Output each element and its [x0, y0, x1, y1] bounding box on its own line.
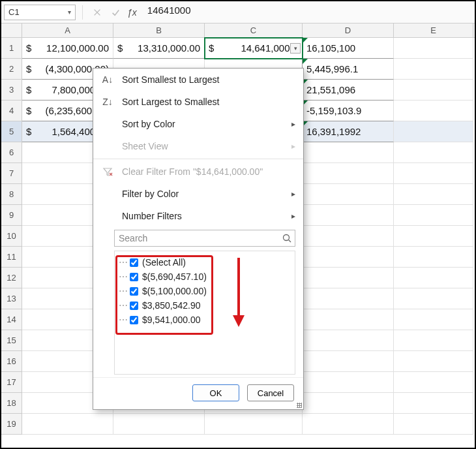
cell[interactable] — [303, 309, 394, 330]
cell[interactable] — [303, 226, 394, 247]
row-header[interactable]: 2 — [1, 59, 22, 80]
menu-label: Sheet View — [122, 141, 284, 151]
cell[interactable] — [394, 163, 473, 184]
svg-point-4 — [284, 235, 290, 241]
menu-sort-descending[interactable]: Z↓ Sort Largest to Smallest — [93, 91, 303, 113]
cell-C1[interactable]: $14,641,000.0 ▾ — [205, 38, 303, 59]
formula-input[interactable]: 14641000 — [143, 5, 472, 20]
resize-grip-icon[interactable] — [294, 400, 302, 408]
cell[interactable] — [394, 226, 473, 247]
col-header-E[interactable]: E — [394, 23, 473, 37]
cell[interactable] — [22, 414, 113, 435]
column-headers: A B C D E — [1, 23, 475, 38]
cell[interactable] — [303, 351, 394, 372]
checkbox[interactable] — [130, 258, 138, 267]
cell[interactable] — [394, 309, 473, 330]
filter-dropdown-button[interactable]: ▾ — [290, 43, 301, 54]
menu-number-filters[interactable]: Number Filters ▸ — [93, 205, 303, 227]
row-header[interactable]: 7 — [1, 163, 22, 184]
cell-D3[interactable]: 21,551,096 — [303, 80, 394, 101]
cell[interactable] — [303, 184, 394, 205]
row-header[interactable]: 5 — [1, 121, 22, 142]
row-header[interactable]: 6 — [1, 142, 22, 163]
cell-D2[interactable]: 5,445,996.1 — [303, 59, 394, 80]
col-header-C[interactable]: C — [205, 23, 303, 37]
cell[interactable] — [394, 268, 473, 288]
menu-sort-ascending[interactable]: A↓ Sort Smallest to Largest — [93, 69, 303, 91]
menu-filter-by-color[interactable]: Filter by Color ▸ — [93, 183, 303, 205]
row-header[interactable]: 13 — [1, 288, 22, 309]
cell-D4[interactable]: -5,159,103.9 — [303, 101, 394, 121]
cell[interactable] — [394, 351, 473, 372]
cell[interactable] — [394, 247, 473, 268]
cell[interactable] — [205, 414, 303, 435]
row-header[interactable]: 8 — [1, 184, 22, 205]
menu-clear-filter: Clear Filter From "$14,641,000.00" — [93, 161, 303, 183]
search-icon — [282, 233, 292, 243]
cell[interactable] — [303, 414, 394, 435]
cell[interactable] — [394, 414, 473, 435]
cell[interactable] — [394, 142, 473, 163]
cell[interactable] — [303, 372, 394, 393]
row-header[interactable]: 18 — [1, 393, 22, 414]
checkbox[interactable] — [130, 287, 138, 296]
name-box-value: C1 — [8, 7, 20, 17]
cell[interactable] — [303, 142, 394, 163]
menu-sort-by-color[interactable]: Sort by Color ▸ — [93, 113, 303, 135]
row-header[interactable]: 15 — [1, 330, 22, 351]
checkbox[interactable] — [130, 302, 138, 310]
cell[interactable] — [303, 268, 394, 288]
row-header[interactable]: 16 — [1, 351, 22, 372]
checkbox[interactable] — [130, 316, 138, 324]
row-header[interactable]: 12 — [1, 268, 22, 288]
name-box[interactable]: C1 ▾ — [4, 5, 76, 20]
cell[interactable] — [303, 330, 394, 351]
cell-E2[interactable] — [394, 59, 473, 80]
cell-D1[interactable]: 16,105,100 — [303, 38, 394, 59]
cell[interactable] — [394, 184, 473, 205]
cell[interactable] — [394, 288, 473, 309]
cell-B1[interactable]: $13,310,000.00 — [113, 38, 205, 59]
filter-value-select-all[interactable]: ⋯(Select All) — [119, 255, 291, 270]
row-header[interactable]: 11 — [1, 247, 22, 268]
cell-E4[interactable] — [394, 101, 473, 121]
sort-asc-icon: A↓ — [101, 74, 114, 85]
cell-D5[interactable]: 16,391,1992 — [303, 121, 394, 142]
cell[interactable] — [303, 288, 394, 309]
ok-button[interactable]: OK — [192, 384, 239, 401]
row-header[interactable]: 10 — [1, 226, 22, 247]
col-header-D[interactable]: D — [303, 23, 394, 37]
fx-icon[interactable]: ƒx — [127, 7, 137, 18]
row-header[interactable]: 9 — [1, 205, 22, 226]
row-header[interactable]: 4 — [1, 101, 22, 121]
checkbox[interactable] — [130, 273, 138, 281]
cell[interactable] — [303, 393, 394, 414]
menu-sheet-view: Sheet View ▸ — [93, 135, 303, 157]
filter-search-input[interactable]: Search — [114, 230, 295, 247]
filter-value-item[interactable]: ⋯$(5,690,457.10) — [119, 270, 291, 284]
col-header-B[interactable]: B — [113, 23, 205, 37]
cell[interactable] — [303, 205, 394, 226]
cell[interactable] — [394, 372, 473, 393]
row-header[interactable]: 17 — [1, 372, 22, 393]
cell[interactable] — [303, 247, 394, 268]
filter-value-item[interactable]: ⋯$3,850,542.90 — [119, 298, 291, 313]
cancel-button[interactable]: Cancel — [247, 384, 294, 401]
row-header[interactable]: 19 — [1, 414, 22, 435]
cell[interactable] — [394, 393, 473, 414]
filter-value-item[interactable]: ⋯$9,541,000.00 — [119, 313, 291, 327]
cell-A1[interactable]: $12,100,000.00 — [22, 38, 113, 59]
cell[interactable] — [394, 205, 473, 226]
cell-E5[interactable] — [394, 121, 473, 142]
cell[interactable] — [394, 330, 473, 351]
cell-E3[interactable] — [394, 80, 473, 101]
row-header[interactable]: 1 — [1, 38, 22, 59]
row-header[interactable]: 14 — [1, 309, 22, 330]
col-header-A[interactable]: A — [22, 23, 113, 37]
cell-E1[interactable] — [394, 38, 473, 59]
filter-value-item[interactable]: ⋯$(5,100,000.00) — [119, 284, 291, 298]
row-header[interactable]: 3 — [1, 80, 22, 101]
cell[interactable] — [113, 414, 205, 435]
select-all-corner[interactable] — [1, 23, 22, 37]
cell[interactable] — [303, 163, 394, 184]
